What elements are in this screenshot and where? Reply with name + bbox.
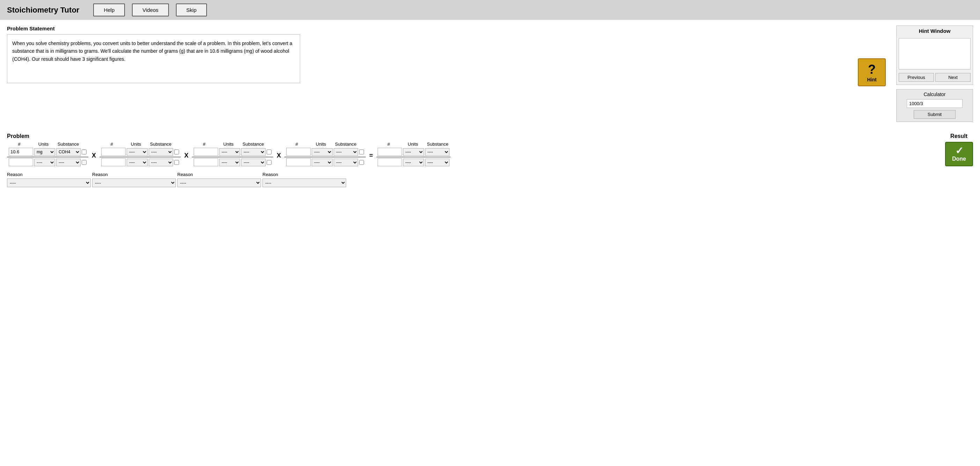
fraction-1: # Units Substance mg g ---- COH4 ---- (7, 142, 88, 166)
result-denominator: ----mgg ----COH4 (378, 158, 450, 166)
reason-select-4[interactable]: ---- (262, 179, 346, 187)
col-header-num: # (7, 142, 32, 147)
operator-2: X (181, 152, 191, 159)
fraction-2-den-substance[interactable]: ----COH4 (149, 159, 173, 166)
result-num-units[interactable]: ----mgg (403, 148, 424, 156)
result-den-substance[interactable]: ----COH4 (425, 159, 450, 166)
reason-group-1: Reason ---- (7, 172, 91, 187)
result-num-value[interactable] (378, 148, 402, 156)
fraction-2-num-units[interactable]: ----mgg (127, 148, 148, 156)
app-title: Stoichiometry Tutor (7, 6, 86, 15)
fraction-3-num-value[interactable] (194, 148, 218, 156)
fraction-2-den-value[interactable] (101, 158, 126, 166)
fraction-1-num-value[interactable] (9, 148, 33, 156)
hint-prev-button[interactable]: Previous (899, 73, 934, 82)
fraction-4-num-units[interactable]: ----mgg (312, 148, 332, 156)
result-fraction: # Units Substance ----mgg ----COH4 ----m… (377, 142, 450, 166)
col-header-units-2: Units (125, 142, 147, 147)
result-den-value[interactable] (378, 158, 402, 166)
fraction-4-num-value[interactable] (286, 148, 310, 156)
result-divider (377, 157, 450, 157)
done-container: ✓ Done (945, 142, 973, 166)
fraction-1-den-checkbox[interactable] (82, 160, 87, 165)
fraction-3-num-units[interactable]: ----mgg (219, 148, 240, 156)
help-button[interactable]: Help (93, 3, 125, 16)
reasons-row: Reason ---- Reason ---- Reason ---- Reas… (7, 172, 973, 187)
fraction-3-den-value[interactable] (194, 158, 218, 166)
reason-label-4: Reason (262, 172, 346, 177)
col-header-num-3: # (192, 142, 216, 147)
fraction-3-num-checkbox[interactable] (267, 150, 272, 155)
result-col-header-num: # (377, 142, 401, 147)
col-header-units-3: Units (218, 142, 239, 147)
fraction-4-num-checkbox[interactable] (359, 150, 364, 155)
skip-button[interactable]: Skip (176, 3, 207, 16)
operator-3: X (274, 152, 284, 159)
fraction-3-den-substance[interactable]: ----COH4 (241, 159, 266, 166)
fraction-4-den-substance[interactable]: ----COH4 (334, 159, 358, 166)
problem-label: Problem (7, 133, 29, 139)
hint-display (899, 38, 970, 70)
hint-button-label: Hint (867, 77, 877, 83)
reason-group-2: Reason ---- (92, 172, 176, 187)
fraction-3-den-units[interactable]: ----mgg (219, 159, 240, 166)
calculator-title: Calculator (897, 89, 973, 99)
reason-label-2: Reason (92, 172, 176, 177)
fraction-4-den-value[interactable] (286, 158, 310, 166)
hint-window: Hint Window Previous Next (896, 26, 973, 85)
fraction-1-den-substance[interactable]: ---- COH4 (56, 159, 81, 166)
fraction-2-divider (99, 157, 181, 157)
result-den-units[interactable]: ----mgg (403, 159, 424, 166)
fraction-2-numerator: ----mgg ----COH4 (101, 148, 179, 156)
calculator-submit-button[interactable]: Submit (914, 110, 956, 119)
fraction-2: # Units Substance ----mgg ----COH4 ----m… (99, 142, 181, 166)
problem-statement-box: When you solve chemistry problems, you c… (7, 34, 300, 83)
reason-label-1: Reason (7, 172, 91, 177)
fraction-4-den-units[interactable]: ----mgg (312, 159, 332, 166)
col-header-substance-2: Substance (148, 142, 173, 147)
hint-button[interactable]: ? Hint (858, 58, 886, 86)
done-label: Done (952, 156, 966, 162)
fraction-2-den-units[interactable]: ----mgg (127, 159, 148, 166)
fraction-2-num-substance[interactable]: ----COH4 (149, 148, 173, 156)
col-header-substance: Substance (56, 142, 81, 147)
header: Stoichiometry Tutor Help Videos Skip (0, 0, 980, 20)
reason-select-1[interactable]: ---- (7, 179, 91, 187)
hint-window-title: Hint Window (897, 26, 973, 36)
reason-select-3[interactable]: ---- (177, 179, 261, 187)
fraction-4-den-checkbox[interactable] (359, 160, 364, 165)
fraction-2-num-value[interactable] (101, 148, 126, 156)
fraction-4-numerator: ----mgg ----COH4 (286, 148, 364, 156)
fraction-1-numerator: mg g ---- COH4 ---- (9, 148, 87, 156)
right-panel: Hint Window Previous Next Calculator Sub… (896, 26, 973, 122)
done-checkmark-icon: ✓ (955, 146, 963, 156)
fraction-3-denominator: ----mgg ----COH4 (194, 158, 272, 166)
calculator-input[interactable] (907, 99, 963, 108)
fraction-2-den-checkbox[interactable] (174, 160, 179, 165)
fraction-1-num-substance[interactable]: COH4 ---- (56, 148, 81, 156)
videos-button[interactable]: Videos (132, 3, 169, 16)
hint-next-button[interactable]: Next (935, 73, 970, 82)
hint-button-container[interactable]: ? Hint (858, 58, 886, 86)
fraction-1-den-value[interactable] (9, 158, 33, 166)
result-col-header-units: Units (402, 142, 424, 147)
col-header-units-4: Units (310, 142, 332, 147)
done-button[interactable]: ✓ Done (945, 142, 973, 166)
result-label: Result (950, 133, 967, 139)
fraction-4-num-substance[interactable]: ----COH4 (334, 148, 358, 156)
fraction-2-num-checkbox[interactable] (174, 150, 179, 155)
fraction-1-denominator: ---- mg g ---- COH4 (9, 158, 87, 166)
fraction-1-num-checkbox[interactable] (82, 150, 87, 155)
result-num-substance[interactable]: ----COH4 (425, 148, 450, 156)
fraction-3-den-checkbox[interactable] (267, 160, 272, 165)
fraction-1-num-units[interactable]: mg g ---- (34, 148, 55, 156)
col-header-substance-3: Substance (240, 142, 266, 147)
fraction-2-denominator: ----mgg ----COH4 (101, 158, 179, 166)
fraction-1-den-units[interactable]: ---- mg g (34, 159, 55, 166)
problem-statement-label: Problem Statement (7, 26, 889, 32)
fraction-3: # Units Substance ----mgg ----COH4 ----m… (192, 142, 273, 166)
reason-select-2[interactable]: ---- (92, 179, 176, 187)
fraction-4-denominator: ----mgg ----COH4 (286, 158, 364, 166)
result-col-header-substance: Substance (425, 142, 450, 147)
fraction-3-num-substance[interactable]: ----COH4 (241, 148, 266, 156)
